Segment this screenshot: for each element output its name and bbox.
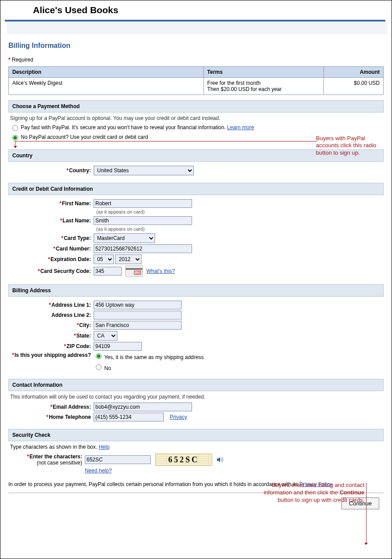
addr1-label: Address Line 1: (51, 302, 91, 308)
first-name-input[interactable] (94, 199, 192, 208)
radio-paypal[interactable] (12, 125, 18, 131)
need-help-link[interactable]: Need help? (85, 468, 112, 474)
radio-credit-card-label: No PayPal account? Use your credit card … (21, 134, 148, 140)
phone-input[interactable] (94, 413, 164, 421)
col-description: Description (9, 67, 204, 78)
card-number-label: Card Number: (56, 246, 91, 252)
annotation-arrow-2 (366, 483, 367, 544)
page-title: Billing Information (8, 42, 384, 50)
radio-credit-card[interactable] (12, 135, 18, 141)
radio-shipping-yes[interactable] (96, 353, 102, 359)
exp-year-select[interactable]: 2012 (115, 254, 142, 264)
first-name-label: First Name: (62, 200, 91, 207)
whats-this-link[interactable]: What's this? (146, 268, 175, 274)
card-type-select[interactable]: MasterCard (94, 233, 155, 243)
captcha-note: Type characters as shown in the box. (10, 444, 97, 450)
captcha-label: Enter the characters: (29, 454, 82, 460)
shipping-question: Is this your shipping address? (15, 352, 91, 358)
col-amount: Amount (323, 67, 384, 78)
annotation-1: Buyers with PayPal accounts click this r… (316, 135, 385, 156)
country-select[interactable]: United States (94, 166, 194, 175)
card-number-input[interactable] (94, 244, 192, 253)
col-terms: Terms (203, 67, 323, 78)
order-amount: $0.00 USD (323, 78, 384, 95)
phone-label: Home Telephone (49, 414, 91, 420)
captcha-input[interactable] (85, 455, 151, 464)
order-summary-table: Description Terms Amount Alice's Weekly … (8, 66, 384, 95)
zip-label: ZIP Code: (66, 343, 91, 349)
header-band (7, 22, 387, 34)
shipping-yes-label: Yes, it is the same as my shipping addre… (104, 354, 203, 360)
contact-note: This information will only be used to co… (10, 394, 382, 400)
state-select[interactable]: CA (94, 331, 117, 341)
zip-input[interactable] (94, 342, 142, 351)
addr2-label: Address Line 2: (51, 312, 91, 318)
shop-title: Alice's Used Books (33, 5, 384, 15)
csc-label: Card Security Code: (40, 268, 91, 274)
shipping-no-label: No (104, 365, 111, 371)
last-name-input[interactable] (94, 216, 192, 225)
email-input[interactable] (94, 403, 192, 411)
privacy-link[interactable]: Privacy (170, 414, 187, 420)
section-billing-address: Billing Address (8, 284, 384, 297)
last-name-label: Last Name: (62, 218, 91, 224)
captcha-image: 652SC (155, 454, 212, 466)
table-row: Alice's Weekly Digest Free for the first… (9, 78, 384, 95)
speaker-icon[interactable] (217, 457, 224, 463)
learn-more-link[interactable]: Learn more (227, 124, 254, 131)
last-name-hint: (as it appears on card) (96, 226, 382, 232)
csc-input[interactable] (94, 267, 122, 276)
first-name-hint: (as it appears on card) (96, 209, 382, 214)
annotation-2: Buyers enter their billing and contact i… (255, 482, 364, 504)
captcha-hint: (not case sensitive) (37, 460, 82, 466)
country-label: Country: (69, 167, 91, 174)
card-type-label: Card Type: (64, 235, 91, 241)
city-input[interactable] (94, 321, 181, 330)
card-back-icon: 123 (125, 265, 143, 277)
section-card-info: Credit or Debit Card Information (8, 183, 384, 195)
captcha-help-link[interactable]: Help (98, 444, 109, 450)
order-terms: Free for the first month Then $20.00 USD… (203, 78, 323, 95)
radio-shipping-no[interactable] (96, 364, 102, 370)
payment-note: Signing up for a PayPal account is optio… (10, 115, 382, 121)
state-label: State: (76, 333, 91, 339)
exp-label: Expiration Date: (51, 256, 91, 262)
exp-month-select[interactable]: 05 (94, 254, 114, 264)
section-contact-info: Contact Information (8, 379, 384, 391)
required-note: * Required (8, 57, 384, 63)
city-label: City: (79, 322, 91, 328)
section-security-check: Security Check (8, 429, 384, 441)
email-label: Email Address: (53, 404, 91, 410)
addr1-input[interactable] (94, 301, 181, 309)
section-payment-method: Choose a Payment Method (8, 100, 384, 113)
order-desc: Alice's Weekly Digest (9, 78, 204, 95)
addr2-input[interactable] (94, 311, 181, 319)
radio-paypal-label: Pay fast with PayPal. It's secure and yo… (21, 124, 254, 131)
